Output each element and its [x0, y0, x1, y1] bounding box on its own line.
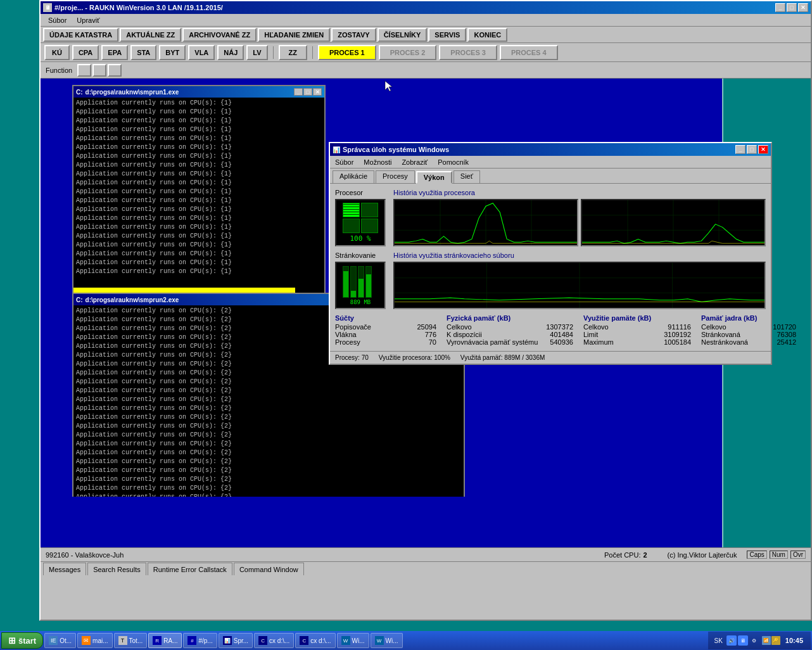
nav-ciselniky[interactable]: ČÍSELNÍKY — [377, 28, 428, 42]
btn-proces4[interactable]: PROCES 4 — [500, 45, 558, 60]
close-btn[interactable]: ✕ — [798, 3, 808, 12]
taskbar-icon-mai: ✉ — [82, 636, 91, 645]
taskbar-icon-wi1: W — [341, 636, 350, 645]
commit-peak-value: 1005184 — [664, 338, 691, 346]
cmd1-line: Application currently runs on CPU(s): {1… — [76, 196, 322, 205]
nav-servis[interactable]: SERVIS — [428, 28, 466, 42]
cpu-count-label: Počet CPU: — [604, 551, 640, 559]
cpu-section: Procesor — [335, 189, 386, 246]
taskbar-label-tot: Tot... — [129, 637, 143, 644]
tab-search-results[interactable]: Search Results — [87, 563, 146, 575]
nav-zostavy[interactable]: ZOSTAVY — [331, 28, 376, 42]
menu-edit[interactable]: Upraviť — [72, 15, 105, 25]
kernel-paged-label: Stránkovaná — [701, 331, 740, 338]
btn-vla[interactable]: VLA — [188, 45, 215, 60]
cmd2-line: Application currently runs on CPU(s): {2… — [76, 404, 461, 413]
taskbar-item-tot[interactable]: T Tot... — [114, 633, 148, 648]
tab-vykon[interactable]: Výkon — [416, 171, 452, 184]
cpu-percent: 100 % — [350, 234, 371, 243]
cmd1-close[interactable]: ✕ — [313, 88, 322, 96]
cmd1-line: Application currently runs on CPU(s): {1… — [76, 143, 322, 152]
tm-status-cpu: Využitie procesora: 100% — [379, 354, 450, 361]
btn-epa[interactable]: EPA — [101, 45, 128, 60]
minimize-btn[interactable]: _ — [775, 3, 785, 12]
commit-label: Využitie pamäte (kB) — [583, 314, 691, 322]
phys-mem-label: Fyzická pamäť (kB) — [447, 314, 573, 322]
tm-max[interactable]: □ — [747, 145, 757, 154]
start-button[interactable]: ⊞ štart — [1, 632, 43, 649]
btn-zz[interactable]: ZZ — [279, 45, 307, 60]
taskbar-item-ra[interactable]: R RA... — [148, 633, 182, 648]
tab-siet[interactable]: Sieť — [454, 170, 480, 183]
toolbar-btn3[interactable] — [108, 64, 122, 77]
tm-menu-moznosti[interactable]: Možnosti — [361, 157, 394, 167]
tray-more-icons: 📶 🔑 — [762, 636, 780, 645]
separator1 — [273, 46, 274, 59]
taskbar: ⊞ štart IE Ot... ✉ mai... T Tot... R RA.… — [0, 631, 812, 650]
taskbar-item-wi1[interactable]: W Wi... — [337, 633, 369, 648]
btn-ku[interactable]: KÚ — [44, 45, 70, 60]
kernel-paged-row: Stránkovaná 76308 — [701, 331, 796, 338]
taskbar-item-spr[interactable]: 📊 Spr... — [219, 633, 253, 648]
taskbar-item-hash[interactable]: # #/p... — [183, 633, 217, 648]
menu-file[interactable]: Súbor — [43, 15, 72, 25]
status-separator-dot: - — [69, 551, 75, 559]
paging-value: 889 MB — [350, 299, 371, 305]
btn-cpa[interactable]: CPA — [72, 45, 99, 60]
threads-value: 776 — [425, 331, 436, 338]
tm-menu-subor[interactable]: Súbor — [333, 157, 356, 167]
tm-close[interactable]: ✕ — [758, 145, 768, 154]
toolbar-btn1[interactable] — [77, 64, 91, 77]
taskbar-item-mai[interactable]: ✉ mai... — [77, 633, 112, 648]
btn-proces3[interactable]: PROCES 3 — [439, 45, 497, 60]
nav-archivovane[interactable]: ARCHIVOVANÉ ZZ — [182, 28, 257, 42]
task-manager-menu: Súbor Možnosti Zobraziť Pomocník — [330, 156, 771, 169]
btn-lv[interactable]: LV — [246, 45, 267, 60]
btn-naj[interactable]: NÁJ — [217, 45, 244, 60]
commit-limit-value: 3109192 — [664, 331, 691, 338]
taskbar-item-ot[interactable]: IE Ot... — [44, 633, 76, 648]
start-label: štart — [18, 636, 36, 646]
toolbar-btn2[interactable] — [92, 64, 106, 77]
tab-messages[interactable]: Messages — [43, 563, 86, 575]
cmd1-title: d:\progsa\rauknw\smprun1.exe — [86, 89, 179, 96]
title-bar: 🖥 #/proje... - RAUKN WinVersion 3.0 LAN … — [41, 1, 811, 14]
nav-koniec[interactable]: KONIEC — [467, 28, 507, 42]
btn-byt[interactable]: BYT — [159, 45, 186, 60]
processes-row: Procesy 70 — [335, 338, 436, 346]
maximize-btn[interactable]: □ — [787, 3, 797, 12]
cmd1-min[interactable]: _ — [294, 88, 303, 96]
nav-hladanie[interactable]: HĽADANIE ZMIEN — [258, 28, 330, 42]
phys-avail-row: K dispozícii 401484 — [447, 331, 573, 338]
commit-total-row: Celkovo 911116 — [583, 323, 691, 331]
cmd1-max[interactable]: □ — [303, 88, 312, 96]
paging-history-label: História využitia stránkovacieho súboru — [393, 252, 766, 259]
task-manager-status: Procesy: 70 Využitie procesora: 100% Vyu… — [330, 351, 771, 364]
cmd2-icon: C: — [76, 296, 83, 303]
kernel-label: Pamäť jadra (kB) — [701, 314, 796, 322]
tm-min[interactable]: _ — [735, 145, 745, 154]
btn-proces1[interactable]: PROCES 1 — [318, 45, 376, 60]
nav-udaje[interactable]: ÚDAJE KATASTRA — [43, 28, 118, 42]
tab-command-window[interactable]: Command Window — [234, 563, 304, 575]
tab-runtime-error[interactable]: Runtime Error Callstack — [148, 563, 232, 575]
btn-proces2[interactable]: PROCES 2 — [379, 45, 437, 60]
bottom-blue — [41, 497, 674, 547]
tm-menu-pomocnik[interactable]: Pomocník — [435, 157, 471, 167]
taskbar-item-cx2[interactable]: C cx d:\... — [295, 633, 335, 648]
taskbar-label-wi1: Wi... — [352, 637, 365, 644]
ins-indicator: Ovr — [790, 551, 806, 559]
phys-total-row: Celkovo 1307372 — [447, 323, 573, 331]
taskbar-item-cx1[interactable]: C cx d:\... — [254, 633, 294, 648]
tab-procesy[interactable]: Procesy — [376, 170, 415, 183]
commit-total-label: Celkovo — [583, 323, 609, 331]
nav-aktualne[interactable]: AKTUÁLNE ZZ — [120, 28, 181, 42]
tm-menu-zobrazit[interactable]: Zobraziť — [399, 157, 430, 167]
taskbar-icon-spr: 📊 — [223, 636, 232, 645]
btn-sta[interactable]: STA — [130, 45, 156, 60]
taskbar-label-hash: #/p... — [198, 637, 212, 644]
taskbar-item-wi2[interactable]: W Wi... — [371, 633, 403, 648]
tab-aplikacie[interactable]: Aplikácie — [333, 170, 374, 183]
window-controls: _ □ ✕ — [775, 3, 808, 12]
cmd1-line: Application currently runs on CPU(s): {1… — [76, 241, 322, 250]
